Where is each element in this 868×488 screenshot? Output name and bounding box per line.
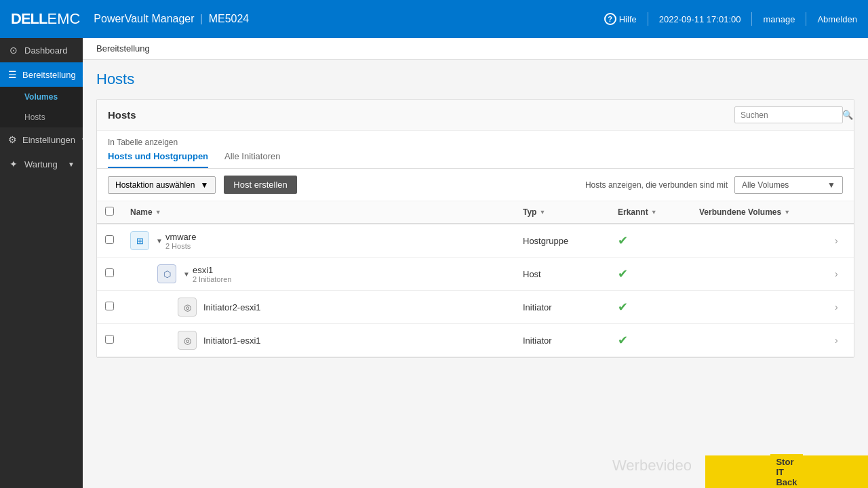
- chevron-right-icon[interactable]: ›: [835, 335, 838, 346]
- row-checkbox[interactable]: [105, 235, 114, 244]
- row-type: Initiator: [515, 291, 610, 324]
- host-icon: ⬡: [157, 264, 176, 283]
- row-type: Initiator: [515, 324, 610, 357]
- type-sort-icon: ▼: [539, 209, 545, 216]
- sidebar-item-label-einstellungen: Einstellungen: [22, 135, 75, 145]
- header-divider-2: [751, 12, 752, 26]
- hostgroup-icon: ⊞: [130, 231, 149, 250]
- row-checkbox-cell: [97, 258, 122, 291]
- row-name: vmware: [165, 232, 197, 242]
- header-divider-1: [648, 12, 648, 26]
- ad-stor-text: Stor IT Back: [770, 454, 802, 489]
- row-volumes: [691, 258, 827, 291]
- app-title: PowerVault Manager | ME5024: [94, 13, 249, 25]
- table-row: ⬡ ▼ esxi1 2 Initiatoren Host: [97, 258, 854, 291]
- initiator-icon: ◎: [178, 298, 197, 317]
- row-name-cell: ◎ Initiator1-esxi1: [122, 324, 515, 357]
- row-sub-label: 2 Hosts: [165, 242, 197, 250]
- row-recognized: ✔: [610, 258, 691, 291]
- logo-emc: EMC: [47, 10, 80, 28]
- volumes-sort-icon: ▼: [784, 209, 790, 216]
- filter-label: Hosts anzeigen, die verbunden sind mit: [585, 180, 728, 190]
- row-name: Initiator2-esxi1: [203, 302, 261, 312]
- wartung-expand-icon: ▼: [68, 161, 75, 168]
- hosts-panel-title: Hosts: [108, 109, 136, 121]
- hosts-panel: Hosts 🔍 In Tabelle anzeigen Hosts und Ho…: [96, 99, 854, 358]
- th-checkbox: [97, 201, 122, 224]
- einstellungen-icon: ⚙: [8, 134, 17, 145]
- search-icon: 🔍: [842, 110, 853, 120]
- tab-hosts-groups[interactable]: Hosts und Hostgruppen: [108, 151, 208, 168]
- row-checkbox[interactable]: [105, 268, 114, 277]
- user-display[interactable]: manage: [763, 14, 795, 24]
- row-checkbox-cell: [97, 291, 122, 324]
- sidebar-item-label-dashboard: Dashboard: [24, 45, 68, 56]
- help-button[interactable]: ? Hilfe: [604, 13, 637, 25]
- logo-dell: DELL: [11, 10, 47, 28]
- chevron-right-icon[interactable]: ›: [835, 268, 838, 279]
- ad-banner[interactable]: Stor IT Back: [705, 455, 868, 488]
- row-detail-arrow[interactable]: ›: [827, 224, 854, 258]
- row-recognized: ✔: [610, 291, 691, 324]
- header: DELLEMC PowerVault Manager | ME5024 ? Hi…: [0, 0, 868, 38]
- sidebar-item-wartung[interactable]: ✦ Wartung ▼: [0, 152, 83, 176]
- th-connected-volumes[interactable]: Verbundene Volumes ▼: [691, 201, 827, 224]
- row-detail-arrow[interactable]: ›: [827, 291, 854, 324]
- row-expand-arrow[interactable]: ▼: [156, 237, 163, 245]
- sidebar-item-einstellungen[interactable]: ⚙ Einstellungen ▼: [0, 127, 83, 152]
- row-checkbox[interactable]: [105, 302, 114, 310]
- row-volumes: [691, 324, 827, 357]
- th-name[interactable]: Name ▼: [122, 201, 515, 224]
- row-recognized: ✔: [610, 324, 691, 357]
- chevron-right-icon[interactable]: ›: [835, 235, 838, 246]
- tab-all-initiators[interactable]: Alle Initiatoren: [224, 151, 280, 168]
- row-detail-arrow[interactable]: ›: [827, 324, 854, 357]
- dashboard-icon: ⊙: [8, 45, 19, 56]
- datetime-display: 2022-09-11 17:01:00: [659, 14, 741, 24]
- bereitstellung-icon: ☰: [8, 69, 17, 80]
- view-tabs: Hosts und Hostgruppen Alle Initiatoren: [108, 151, 843, 168]
- host-action-dropdown[interactable]: Hostaktion auswählen ▼: [108, 176, 216, 194]
- view-label: In Tabelle anzeigen: [108, 138, 843, 147]
- name-sort-icon: ▼: [155, 209, 161, 216]
- werbevideo-label: Werbevideo: [612, 457, 692, 474]
- row-name-cell: ◎ Initiator2-esxi1: [122, 291, 515, 324]
- status-icon-green: ✔: [618, 333, 628, 347]
- sidebar-sub-item-hosts[interactable]: Hosts: [0, 107, 83, 127]
- row-type: Host: [515, 258, 610, 291]
- row-sub-label: 2 Initiatoren: [193, 275, 231, 283]
- sidebar-item-label-wartung: Wartung: [24, 159, 58, 169]
- page-content: Hosts Hosts 🔍 In Tabelle anzeigen Hosts: [83, 60, 868, 488]
- sidebar-item-dashboard[interactable]: ⊙ Dashboard: [0, 38, 83, 62]
- hosts-panel-header: Hosts 🔍: [97, 100, 854, 131]
- volumes-dropdown[interactable]: Alle Volumes ▼: [734, 176, 843, 194]
- sidebar-item-bereitstellung[interactable]: ☰ Bereitstellung ▲: [0, 62, 83, 87]
- sidebar: ⊙ Dashboard ☰ Bereitstellung ▲ Volumes H…: [0, 38, 83, 488]
- page-title: Hosts: [96, 70, 854, 88]
- sidebar-sub-item-volumes[interactable]: Volumes: [0, 87, 83, 107]
- chevron-right-icon[interactable]: ›: [835, 302, 838, 312]
- row-volumes: [691, 291, 827, 324]
- search-input[interactable]: [741, 110, 842, 120]
- logout-button[interactable]: Abmelden: [817, 14, 857, 24]
- th-recognized[interactable]: Erkannt ▼: [610, 201, 691, 224]
- sidebar-sub-menu: Volumes Hosts: [0, 87, 83, 127]
- table-row: ⊞ ▼ vmware 2 Hosts Hostgruppe: [97, 224, 854, 258]
- row-recognized: ✔: [610, 224, 691, 258]
- hosts-filter: Hosts anzeigen, die verbunden sind mit A…: [585, 176, 843, 194]
- th-type[interactable]: Typ ▼: [515, 201, 610, 224]
- hosts-table: Name ▼ Typ ▼: [97, 201, 854, 357]
- logo: DELLEMC: [11, 10, 80, 28]
- table-header-row: Name ▼ Typ ▼: [97, 201, 854, 224]
- select-all-checkbox[interactable]: [105, 207, 114, 216]
- row-detail-arrow[interactable]: ›: [827, 258, 854, 291]
- row-expand-arrow[interactable]: ▼: [183, 270, 190, 278]
- toolbar: Hostaktion auswählen ▼ Host erstellen Ho…: [97, 169, 854, 201]
- create-host-button[interactable]: Host erstellen: [224, 176, 296, 194]
- status-icon-green: ✔: [618, 300, 628, 314]
- main-content: Bereitstellung Hosts Hosts 🔍 In Tabelle …: [83, 38, 868, 488]
- row-checkbox-cell: [97, 324, 122, 357]
- status-icon-green: ✔: [618, 234, 628, 247]
- row-checkbox[interactable]: [105, 335, 114, 344]
- row-name: esxi1: [193, 265, 231, 275]
